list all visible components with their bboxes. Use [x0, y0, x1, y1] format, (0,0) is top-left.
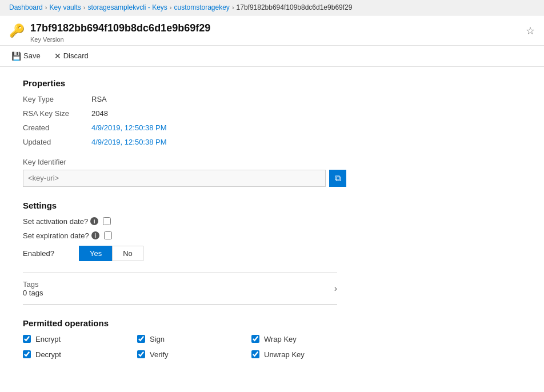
- key-identifier-section: Key Identifier ⧉: [23, 158, 434, 187]
- properties-section-title: Properties: [23, 78, 434, 88]
- activation-info-icon[interactable]: i: [90, 217, 98, 225]
- copy-icon: ⧉: [335, 173, 341, 183]
- breadcrumb: Dashboard › Key vaults › storagesamplekv…: [0, 0, 544, 15]
- perm-label-wrap_key: Wrap Key: [264, 335, 297, 343]
- tags-section[interactable]: Tags 0 tags ›: [23, 273, 337, 305]
- perm-item-wrap_key: Wrap Key: [251, 335, 366, 343]
- no-button[interactable]: No: [112, 246, 143, 261]
- breadcrumb-current: 17bf9182bb694f109b8dc6d1e9b69f29: [237, 3, 353, 11]
- perm-label-encrypt: Encrypt: [35, 335, 61, 343]
- expiration-date-checkbox[interactable]: [104, 231, 112, 239]
- rsa-key-size-label: RSA Key Size: [23, 109, 91, 118]
- perm-label-decrypt: Decrypt: [35, 350, 61, 359]
- expiration-label: Set expiration date? i: [23, 231, 99, 240]
- copy-button[interactable]: ⧉: [329, 170, 346, 187]
- perm-checkbox-sign[interactable]: [137, 335, 145, 343]
- favorite-icon[interactable]: ☆: [526, 25, 535, 37]
- permitted-operations-section: Permitted operations EncryptSignWrap Key…: [23, 318, 434, 359]
- perm-checkbox-unwrap_key[interactable]: [251, 350, 259, 358]
- toolbar: 💾 Save ✕ Discard: [0, 46, 544, 67]
- breadcrumb-dashboard[interactable]: Dashboard: [9, 3, 43, 11]
- perm-checkbox-decrypt[interactable]: [23, 350, 31, 358]
- key-identifier-label: Key Identifier: [23, 158, 434, 166]
- perm-label-unwrap_key: Unwrap Key: [264, 350, 305, 359]
- tags-count: 0 tags: [23, 289, 43, 297]
- tags-title: Tags: [23, 280, 43, 289]
- enabled-label: Enabled?: [23, 249, 69, 258]
- perm-label-sign: Sign: [150, 335, 165, 343]
- permitted-ops-title: Permitted operations: [23, 318, 434, 328]
- created-value: 4/9/2019, 12:50:38 PM: [91, 123, 434, 132]
- perm-item-verify: Verify: [137, 350, 251, 359]
- settings-section-title: Settings: [23, 201, 434, 210]
- discard-button[interactable]: ✕ Discard: [52, 49, 91, 63]
- key-uri-input[interactable]: [23, 170, 326, 187]
- breadcrumb-storage-keys[interactable]: storagesamplekvcli - Keys: [87, 3, 167, 11]
- updated-label: Updated: [23, 138, 91, 146]
- perm-label-verify: Verify: [150, 350, 169, 359]
- enabled-row: Enabled? Yes No: [23, 246, 434, 261]
- expiration-info-icon[interactable]: i: [91, 231, 99, 239]
- breadcrumb-customstoragekey[interactable]: customstoragekey: [174, 3, 229, 11]
- activation-date-checkbox[interactable]: [103, 217, 111, 225]
- page-header: 🔑 17bf9182bb694f109b8dc6d1e9b69f29 Key V…: [0, 15, 544, 46]
- perm-checkbox-verify[interactable]: [137, 350, 145, 358]
- perm-checkbox-wrap_key[interactable]: [251, 335, 259, 343]
- save-button[interactable]: 💾 Save: [9, 49, 43, 63]
- updated-value: 4/9/2019, 12:50:38 PM: [91, 138, 434, 146]
- perm-item-sign: Sign: [137, 335, 251, 343]
- enabled-toggle-group: Yes No: [79, 246, 143, 261]
- yes-button[interactable]: Yes: [79, 246, 112, 261]
- permitted-ops-grid: EncryptSignWrap KeyDecryptVerifyUnwrap K…: [23, 335, 434, 359]
- main-content: Properties Key Type RSA RSA Key Size 204…: [0, 67, 457, 370]
- perm-item-unwrap_key: Unwrap Key: [251, 350, 366, 359]
- activation-date-row: Set activation date? i: [23, 217, 434, 226]
- page-title: 17bf9182bb694f109b8dc6d1e9b69f29: [30, 22, 210, 35]
- discard-icon: ✕: [54, 51, 61, 61]
- rsa-key-size-value: 2048: [91, 109, 434, 118]
- settings-section: Settings Set activation date? i Set expi…: [23, 201, 434, 261]
- expiration-date-row: Set expiration date? i: [23, 231, 434, 240]
- breadcrumb-key-vaults[interactable]: Key vaults: [49, 3, 81, 11]
- key-identifier-row: ⧉: [23, 170, 434, 187]
- activation-label: Set activation date? i: [23, 217, 98, 226]
- created-label: Created: [23, 123, 91, 132]
- key-type-value: RSA: [91, 95, 434, 103]
- tags-chevron-icon: ›: [334, 283, 337, 294]
- page-subtitle: Key Version: [30, 36, 210, 43]
- save-icon: 💾: [11, 51, 21, 61]
- perm-checkbox-encrypt[interactable]: [23, 335, 31, 343]
- key-type-label: Key Type: [23, 95, 91, 103]
- properties-grid: Key Type RSA RSA Key Size 2048 Created 4…: [23, 95, 434, 146]
- perm-item-decrypt: Decrypt: [23, 350, 137, 359]
- key-icon: 🔑: [9, 23, 25, 38]
- perm-item-encrypt: Encrypt: [23, 335, 137, 343]
